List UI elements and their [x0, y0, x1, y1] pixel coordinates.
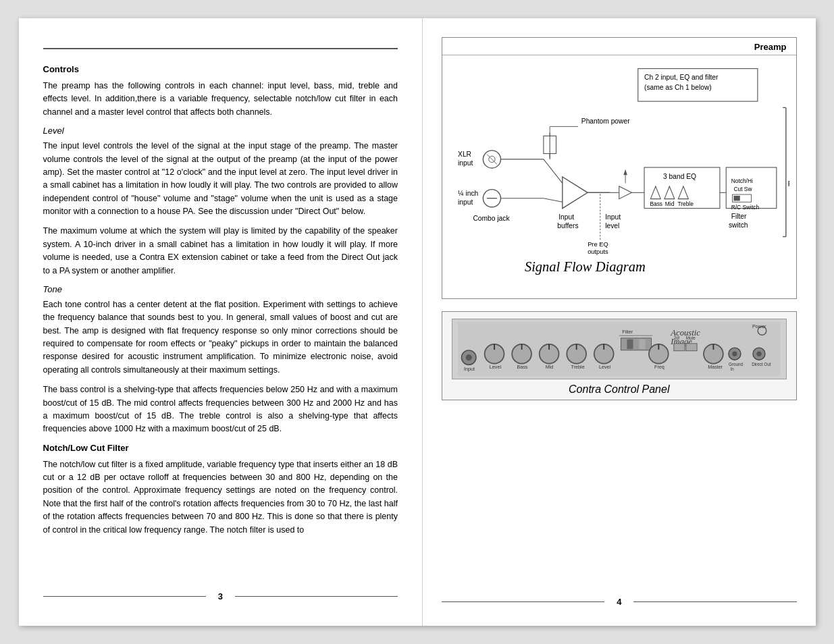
page-rule-right-2: [633, 601, 796, 602]
svg-text:Combo jack: Combo jack: [473, 215, 510, 222]
page-left: Controls The preamp has the following co…: [19, 18, 423, 626]
level-body-1: The input level controls the level of th…: [43, 140, 398, 218]
svg-text:3 band EQ: 3 band EQ: [663, 173, 696, 180]
svg-rect-86: [621, 338, 651, 350]
svg-marker-30: [619, 186, 632, 199]
svg-text:Mid: Mid: [546, 364, 554, 370]
svg-text:Mid: Mid: [665, 200, 675, 207]
page-rule-left-1: [43, 596, 206, 597]
svg-text:Direct Out: Direct Out: [752, 362, 771, 367]
page-number-area-right: 4: [442, 597, 797, 607]
svg-text:(same as Ch 1 below): (same as Ch 1 below): [644, 84, 712, 91]
svg-text:¼ inch: ¼ inch: [458, 190, 478, 197]
page-rule-left-2: [235, 596, 398, 597]
svg-text:switch: switch: [729, 221, 748, 229]
svg-text:Master: Master: [708, 364, 723, 370]
svg-point-100: [732, 352, 737, 356]
control-panel-box: Power Acoustic Image Input Level: [442, 311, 797, 400]
panel-graphic: Power Acoustic Image Input Level: [452, 319, 787, 379]
svg-text:Ch 2 input, EQ and filter: Ch 2 input, EQ and filter: [644, 74, 719, 81]
svg-point-104: [756, 352, 761, 356]
notch-body-1: The notch/low cut filter is a fixed ampl…: [43, 458, 398, 537]
svg-text:Filter: Filter: [731, 213, 747, 220]
svg-line-23: [544, 159, 563, 183]
svg-text:Level: Level: [490, 364, 502, 370]
svg-text:level: level: [605, 222, 619, 230]
svg-text:Mute: Mute: [686, 336, 696, 340]
svg-text:Signal Flow Diagram: Signal Flow Diagram: [525, 259, 646, 275]
svg-line-7: [487, 154, 497, 164]
signal-flow-box: Preamp Ch 2 input, EQ and filter (same a…: [442, 37, 797, 299]
signal-flow-svg: Ch 2 input, EQ and filter (same as Ch 1 …: [449, 62, 789, 292]
svg-text:2d!: 2d!: [674, 336, 680, 340]
svg-rect-88: [639, 340, 645, 349]
svg-text:Filter: Filter: [622, 329, 633, 335]
svg-line-25: [544, 198, 563, 203]
svg-text:Notch/Hi: Notch/Hi: [731, 178, 753, 184]
preamp-title: Preamp: [442, 38, 796, 55]
page-number-left: 3: [206, 591, 235, 601]
svg-text:input: input: [458, 159, 473, 167]
page-rule-right-1: [442, 601, 604, 602]
svg-text:Cut Sw: Cut Sw: [733, 186, 752, 192]
top-rule-left: [43, 48, 398, 49]
tone-body-1: Each tone control has a center detent at…: [43, 298, 398, 377]
diagram-content: Ch 2 input, EQ and filter (same as Ch 1 …: [442, 55, 796, 298]
svg-text:XLR: XLR: [458, 151, 471, 158]
svg-text:R/C Switch: R/C Switch: [731, 204, 760, 211]
svg-text:Ground: Ground: [729, 362, 744, 367]
svg-rect-87: [627, 340, 633, 349]
svg-text:outputs: outputs: [588, 248, 608, 255]
page-number-area-left: 3: [43, 591, 398, 601]
svg-rect-50: [733, 196, 739, 200]
svg-text:Input: Input: [605, 213, 621, 221]
contra-panel-label: Contra Control Panel: [452, 383, 787, 396]
tone-heading: Tone: [43, 284, 398, 294]
svg-rect-93: [686, 344, 697, 351]
svg-text:Bass: Bass: [517, 364, 527, 370]
control-panel-inner: Power Acoustic Image Input Level: [442, 312, 796, 400]
level-heading: Level: [43, 126, 398, 136]
svg-text:Filt: Filt: [788, 180, 789, 188]
controls-heading: Controls: [43, 64, 398, 74]
svg-text:Treble: Treble: [571, 364, 585, 370]
svg-point-67: [466, 354, 472, 360]
svg-text:Treble: Treble: [677, 200, 694, 207]
svg-marker-33: [623, 169, 627, 175]
svg-rect-92: [674, 344, 685, 351]
controls-body-1: The preamp has the following controls in…: [43, 80, 398, 119]
svg-text:Bass: Bass: [650, 200, 662, 207]
svg-text:buffers: buffers: [557, 222, 578, 230]
svg-text:Pre EQ: Pre EQ: [588, 241, 608, 248]
page-right: Preamp Ch 2 input, EQ and filter (same a…: [423, 18, 816, 626]
svg-text:Power: Power: [752, 323, 766, 329]
svg-text:Level: Level: [599, 364, 611, 370]
svg-text:Input: Input: [558, 213, 574, 221]
svg-text:Input: Input: [464, 366, 475, 372]
tone-body-2: The bass control is a shelving-type that…: [43, 383, 398, 436]
svg-text:Phantom power: Phantom power: [581, 117, 630, 125]
panel-svg-element: Power Acoustic Image Input Level: [458, 319, 781, 379]
page-number-right: 4: [604, 597, 633, 607]
svg-text:input: input: [458, 198, 473, 206]
notch-heading: Notch/Low Cut Filter: [43, 443, 398, 453]
svg-marker-19: [563, 177, 588, 209]
svg-text:Freq: Freq: [654, 364, 664, 370]
level-body-2: The maximum volume at which the system w…: [43, 225, 398, 277]
svg-text:In: In: [731, 367, 735, 371]
